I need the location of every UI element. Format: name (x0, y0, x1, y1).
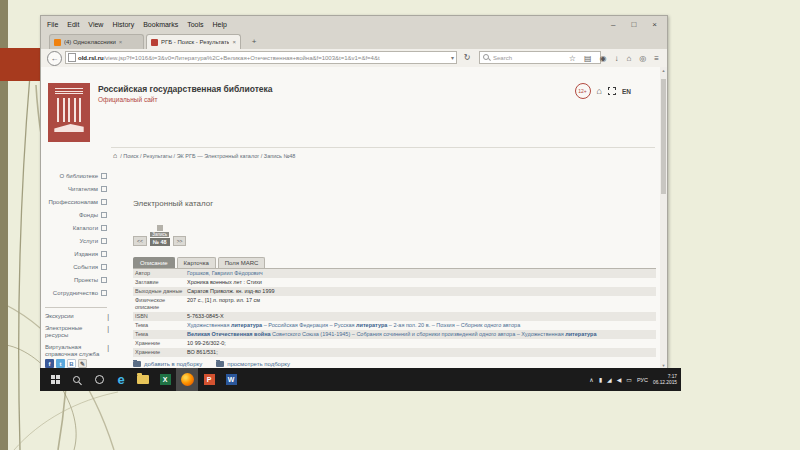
action-добавить-в-подборку[interactable]: добавить в подборку (133, 361, 202, 367)
star-icon[interactable]: ☆ (569, 54, 576, 63)
maximize-button[interactable]: □ (631, 20, 636, 29)
rsl-logo[interactable] (48, 83, 90, 142)
back-button[interactable]: ← (47, 51, 62, 66)
record-link[interactable]: Художественная (187, 322, 231, 328)
vk-icon[interactable]: В (67, 359, 76, 368)
menu-view[interactable]: View (88, 21, 103, 28)
site-home-icon[interactable]: ⌂ (597, 87, 602, 96)
sidebar-link-виртуальная-справочная-служба[interactable]: Виртуальная справочная служба| (45, 344, 109, 359)
tab-карточка[interactable]: Карточка (177, 257, 216, 268)
sidebar-link-экскурсии[interactable]: Экскурсии| (45, 313, 109, 321)
record-link[interactable]: – 2-ая пол. 20 в. – Поэзия – Сборник одн… (387, 322, 520, 328)
sidebar-item-события[interactable]: События (45, 260, 107, 273)
record-link[interactable]: литература (565, 331, 596, 337)
pen-icon[interactable]: ✎ (78, 359, 87, 368)
sidebar-item-профессионалам[interactable]: Профессионалам (45, 195, 107, 208)
reload-button[interactable]: ↻ (461, 51, 473, 64)
powerpoint-icon[interactable]: P (198, 368, 220, 391)
new-tab-button[interactable]: + (247, 36, 261, 48)
folder-icon (216, 361, 224, 367)
record-link[interactable]: литература (356, 322, 387, 328)
expand-box-icon (101, 277, 107, 283)
page-icon (68, 53, 76, 62)
record-link[interactable]: Горшков, Гавриил Фёдорович (187, 270, 263, 276)
browser-tab[interactable]: (4) Одноклассники× (49, 34, 144, 49)
sidebar-item-издания[interactable]: Издания (45, 247, 107, 260)
folder-icon (133, 361, 141, 367)
next-record-button[interactable]: >> (173, 236, 187, 246)
tab-title: РГБ - Поиск - Результаты... (161, 39, 229, 45)
record-link[interactable]: литература (231, 322, 262, 328)
record-text: 5-7633-0845-X (187, 313, 224, 319)
language-switch[interactable]: EN (622, 88, 631, 95)
keyboard-language[interactable]: РУС (637, 377, 648, 383)
menu-bookmarks[interactable]: Bookmarks (143, 21, 178, 28)
menu-edit[interactable]: Edit (67, 21, 79, 28)
tab-поля-marc[interactable]: Поля MARC (218, 257, 266, 268)
adblock-icon[interactable]: ◎ (639, 54, 646, 63)
prev-record-button[interactable]: << (133, 236, 147, 246)
site-title: Российская государственная библиотека (98, 84, 273, 94)
facebook-icon[interactable]: f (45, 359, 54, 368)
twitter-icon[interactable]: t (56, 359, 65, 368)
row-value: 207 с., [1] л. портр. ил. 17 см (187, 297, 654, 311)
breadcrumb-home-icon[interactable]: ⌂ (113, 151, 117, 160)
row-value: Хроника военных лет : Стихи (187, 279, 654, 286)
chevron-up-icon[interactable]: ∧ (589, 377, 593, 383)
sidebar-link-электронные-ресурсы[interactable]: Электронные ресурсы| (45, 325, 109, 340)
menu-tools[interactable]: Tools (187, 21, 203, 28)
sidebar-item-услуги[interactable]: Услуги (45, 234, 107, 247)
sidebar-item-сотрудничество[interactable]: Сотрудничество (45, 286, 107, 299)
download-icon[interactable]: ↓ (615, 54, 619, 63)
menu-icon[interactable]: ≡ (654, 54, 659, 63)
taskbar-clock[interactable]: 7:17 06.12.2015 (653, 374, 677, 385)
record-link[interactable]: Советского Союза (1941-1945) – Собрания … (271, 331, 566, 337)
home-icon[interactable]: ⌂ (627, 54, 632, 63)
menu-history[interactable]: History (112, 21, 134, 28)
explorer-icon[interactable] (132, 368, 154, 391)
excel-icon[interactable]: X (154, 368, 176, 391)
url-dropdown-icon[interactable]: ▾ (451, 54, 454, 61)
sidebar-item-проекты[interactable]: Проекты (45, 273, 107, 286)
menu-items: FileEditViewHistoryBookmarksToolsHelp (47, 21, 227, 28)
sidebar-item-каталоги[interactable]: Каталоги (45, 221, 107, 234)
word-icon[interactable]: W (220, 368, 242, 391)
minimize-button[interactable]: – (611, 20, 615, 29)
sidebar-item-label: О библиотеке (60, 173, 98, 179)
expand-box-icon (101, 225, 107, 231)
record-link[interactable]: Великая Отечественная война (187, 331, 271, 337)
fullscreen-icon[interactable] (608, 87, 616, 95)
breadcrumb[interactable]: ⌂ / Поиск / Результаты / ЭК РГБ — Электр… (113, 151, 295, 160)
sidebar-item-фонды[interactable]: Фонды (45, 208, 107, 221)
sidebar-item-читателям[interactable]: Читателям (45, 182, 107, 195)
shield-icon[interactable]: ◉ (600, 54, 607, 63)
firefox-icon[interactable] (176, 368, 198, 391)
menu-help[interactable]: Help (213, 21, 227, 28)
notifications-icon[interactable]: ▭ (626, 377, 632, 383)
tab-close-icon[interactable]: × (119, 39, 123, 45)
bookmarks-icon[interactable]: ▤ (584, 54, 592, 63)
battery-icon[interactable]: ▮ (599, 377, 602, 383)
close-button[interactable]: × (652, 20, 657, 29)
tab-описание[interactable]: Описание (133, 257, 175, 268)
scrollbar-thumb[interactable] (661, 79, 666, 194)
content-scrollbar[interactable]: ▲ ▼ (660, 67, 667, 369)
speaker-icon[interactable]: ◀ (617, 377, 622, 383)
scroll-up-icon[interactable]: ▲ (660, 68, 667, 73)
url-bar[interactable]: old.rsl.ru /view.jsp?f=1016&t=3&v0=Литер… (65, 51, 457, 64)
clock-date: 06.12.2015 (653, 380, 677, 386)
browser-tab[interactable]: РГБ - Поиск - Результаты...× (146, 34, 241, 49)
cortana-icon[interactable] (88, 368, 110, 391)
record-link[interactable]: – Российская Федерация – Русская (262, 322, 356, 328)
sidebar-item-о-библиотеке[interactable]: О библиотеке (45, 169, 107, 182)
search-icon[interactable] (66, 368, 88, 391)
menu-file[interactable]: File (47, 21, 58, 28)
network-icon[interactable]: ◢ (607, 377, 612, 383)
odnoklassniki-favicon (54, 39, 61, 46)
record-pagination: << Запись № 48 >> (133, 225, 186, 246)
start-button[interactable] (44, 368, 66, 391)
action-просмотреть-подборку[interactable]: просмотреть подборку (216, 361, 290, 367)
edge-icon[interactable]: e (110, 368, 132, 391)
powerpoint-glyph: P (204, 374, 215, 385)
tab-close-icon[interactable]: × (232, 39, 236, 45)
